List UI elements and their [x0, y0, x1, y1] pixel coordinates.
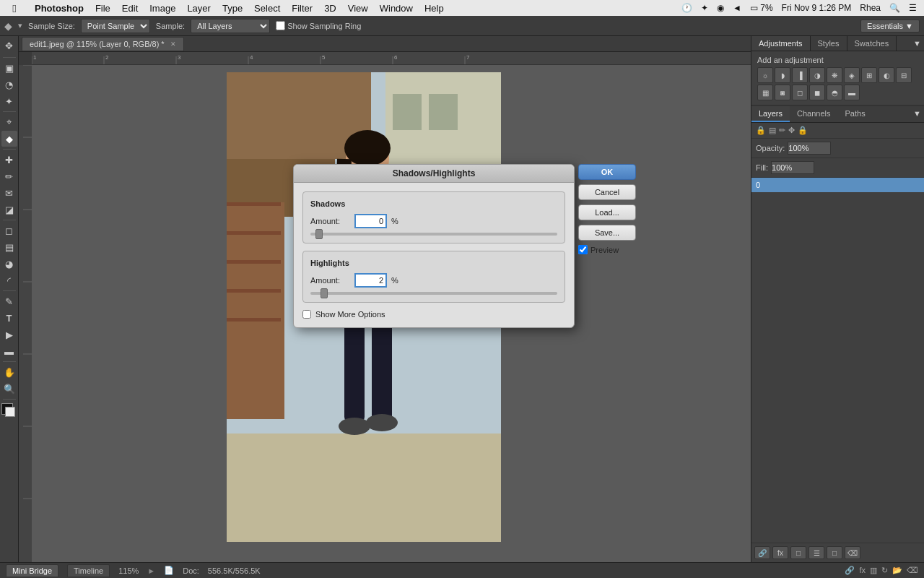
tool-gradient[interactable]: ▤: [1, 239, 17, 255]
fill-controls: Fill:: [751, 158, 924, 178]
fill-input[interactable]: [771, 161, 814, 174]
timeline-tab[interactable]: Timeline: [67, 564, 110, 577]
tool-blur[interactable]: ◕: [1, 256, 17, 272]
tool-path-select[interactable]: ▶: [1, 327, 17, 342]
menu-filter[interactable]: Filter: [286, 3, 318, 14]
layer-row[interactable]: 0: [751, 178, 924, 192]
tool-crop[interactable]: ⌖: [1, 114, 17, 130]
tool-brush[interactable]: ✏: [1, 168, 17, 184]
layers-new-btn[interactable]: □: [827, 546, 842, 559]
preview-label[interactable]: Preview: [590, 246, 619, 254]
adj-selective-color[interactable]: ◓: [827, 85, 842, 100]
mini-bridge-tab[interactable]: Mini Bridge: [6, 564, 58, 577]
tab-adjustments[interactable]: Adjustments: [751, 36, 811, 51]
adj-color-lookup[interactable]: ▦: [757, 85, 773, 100]
tool-history-brush[interactable]: ◪: [1, 202, 17, 217]
tool-dodge[interactable]: ◜: [1, 272, 17, 288]
menu-edit[interactable]: Edit: [116, 3, 144, 14]
document-tab[interactable]: edit1.jpeg @ 115% (Layer 0, RGB/8) * ✕: [22, 37, 184, 51]
menu-file[interactable]: File: [90, 3, 116, 14]
preview-checkbox[interactable]: [578, 245, 588, 254]
tab-layers[interactable]: Layers: [751, 106, 790, 122]
adj-curves[interactable]: ◗: [775, 67, 790, 83]
tool-marquee[interactable]: ▣: [1, 60, 17, 76]
show-more-checkbox[interactable]: [302, 310, 311, 319]
svg-rect-26: [393, 94, 422, 130]
lock-position[interactable]: ✥: [788, 126, 795, 135]
menu-help[interactable]: Help: [419, 3, 450, 14]
menu-select[interactable]: Select: [248, 3, 286, 14]
svg-rect-27: [429, 94, 458, 130]
highlights-slider-thumb[interactable]: [321, 288, 328, 298]
tool-healing[interactable]: ✚: [1, 152, 17, 168]
adj-levels[interactable]: ▐: [792, 67, 808, 83]
background-color[interactable]: [5, 407, 15, 417]
essentials-button[interactable]: Essentials ▼: [860, 20, 920, 33]
highlights-amount-input[interactable]: [354, 273, 387, 288]
tool-pen[interactable]: ✎: [1, 293, 17, 309]
search-icon[interactable]: 🔍: [889, 3, 900, 13]
layers-fx-btn[interactable]: fx: [772, 546, 788, 559]
ok-button[interactable]: OK: [578, 164, 636, 180]
adj-exposure[interactable]: ◑: [809, 67, 825, 83]
menu-window[interactable]: Window: [374, 3, 419, 14]
adj-hue[interactable]: ◈: [844, 67, 860, 83]
adj-color-balance[interactable]: ⊞: [861, 67, 877, 83]
layers-group-btn[interactable]: ☰: [808, 546, 824, 559]
highlights-slider-track[interactable]: [310, 292, 557, 295]
tool-eyedropper[interactable]: ◆: [1, 131, 17, 147]
apple-menu[interactable]: : [0, 2, 29, 14]
tab-channels[interactable]: Channels: [790, 106, 837, 122]
dialog-titlebar[interactable]: Shadows/Highlights: [294, 165, 574, 183]
shadows-slider-thumb[interactable]: [315, 229, 323, 239]
layers-delete-btn[interactable]: ⌫: [845, 546, 860, 559]
save-button[interactable]: Save...: [578, 225, 636, 241]
show-more-label[interactable]: Show More Options: [315, 310, 385, 319]
adj-photo-filter[interactable]: ◐: [879, 67, 894, 83]
svg-rect-34: [227, 289, 281, 293]
layers-link-btn[interactable]: 🔗: [754, 546, 770, 559]
cancel-button[interactable]: Cancel: [578, 184, 636, 200]
lock-all[interactable]: 🔒: [798, 126, 808, 135]
sample-select[interactable]: All Layers: [191, 19, 270, 33]
tool-options-expand[interactable]: ▾: [18, 21, 22, 30]
lock-transparent[interactable]: ▤: [769, 126, 776, 135]
menu-view[interactable]: View: [342, 3, 374, 14]
opacity-input[interactable]: [788, 142, 831, 155]
adj-invert[interactable]: ◙: [775, 85, 790, 100]
sample-size-select[interactable]: Point Sample: [81, 19, 150, 33]
tool-hand[interactable]: ✋: [1, 364, 17, 380]
menu-layer[interactable]: Layer: [181, 3, 217, 14]
tool-move[interactable]: ✥: [1, 38, 17, 53]
shadows-amount-input[interactable]: [354, 214, 387, 228]
adj-posterize[interactable]: ◻: [792, 85, 808, 100]
adj-threshold[interactable]: ◼: [809, 85, 825, 100]
lock-image[interactable]: ✏: [779, 126, 785, 135]
shadows-slider-track[interactable]: [310, 233, 557, 236]
adj-vibrance[interactable]: ❋: [827, 67, 842, 83]
tool-lasso[interactable]: ◔: [1, 77, 17, 92]
adj-gradient-map[interactable]: ▬: [844, 85, 860, 100]
tab-paths[interactable]: Paths: [838, 106, 873, 122]
menu-image[interactable]: Image: [144, 3, 181, 14]
tool-zoom[interactable]: 🔍: [1, 381, 17, 397]
panel-options-icon[interactable]: ▼: [910, 36, 924, 51]
tab-swatches[interactable]: Swatches: [847, 36, 897, 51]
menu-photoshop[interactable]: Photoshop: [29, 3, 90, 14]
load-button[interactable]: Load...: [578, 204, 636, 220]
adj-brightness[interactable]: ☼: [757, 67, 773, 83]
menu-type[interactable]: Type: [217, 3, 248, 14]
layers-options-icon[interactable]: ▼: [910, 106, 924, 122]
adj-channel-mixer[interactable]: ⊟: [896, 67, 912, 83]
tool-type[interactable]: T: [1, 310, 17, 326]
tab-styles[interactable]: Styles: [811, 36, 847, 51]
tool-shape[interactable]: ▬: [1, 343, 17, 359]
tool-clone[interactable]: ✉: [1, 185, 17, 201]
layers-mask-btn[interactable]: □: [790, 546, 806, 559]
menu-3d[interactable]: 3D: [318, 3, 342, 14]
sampling-ring-checkbox[interactable]: [276, 21, 285, 30]
tool-eraser[interactable]: ◻: [1, 223, 17, 238]
tab-close-btn[interactable]: ✕: [170, 40, 176, 48]
tool-quick-select[interactable]: ✦: [1, 93, 17, 109]
sampling-ring-label[interactable]: Show Sampling Ring: [276, 21, 361, 30]
